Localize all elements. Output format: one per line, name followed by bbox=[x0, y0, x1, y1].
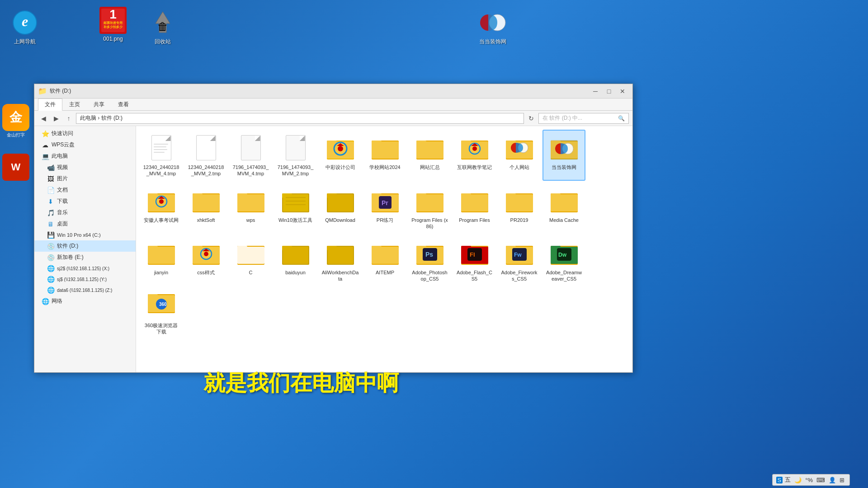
svg-text:🗑: 🗑 bbox=[157, 20, 168, 33]
address-input[interactable]: 此电脑 › 软件 (D:) bbox=[76, 113, 524, 124]
desktop-icon-dangdang[interactable]: 当当装饰网 bbox=[475, 9, 511, 46]
file-item-anhui[interactable]: 安徽人事考试网 bbox=[140, 183, 183, 234]
file-item-pr2019[interactable]: PR2019 bbox=[498, 183, 541, 234]
file-item-photoshop[interactable]: Ps Adobe_Photoshop_CS5 bbox=[408, 235, 451, 286]
file-item-wps[interactable]: wps bbox=[229, 183, 272, 234]
ime-keyboard[interactable]: ⌨ bbox=[815, 477, 826, 483]
ime-user[interactable]: 👤 bbox=[827, 477, 837, 483]
sidebar-item-software-d[interactable]: 💿软件 (D:) bbox=[34, 240, 136, 252]
file-item-pr-practice[interactable]: Pr PR练习 bbox=[363, 183, 406, 234]
file-item-jianyin[interactable]: jianyin bbox=[140, 235, 183, 286]
file-item-school[interactable]: 学校网站2024 bbox=[363, 130, 406, 181]
file-item-c[interactable]: C bbox=[229, 235, 272, 286]
back-button[interactable]: ◀ bbox=[38, 113, 49, 124]
search-box[interactable]: 在 软件 (D:) 中... 🔍 bbox=[538, 113, 629, 124]
sidebar-item-desktop[interactable]: 🖥桌面 bbox=[34, 218, 136, 230]
file-item-dangdang-site[interactable]: 当当装饰网 bbox=[542, 130, 585, 181]
close-button[interactable]: ✕ bbox=[616, 86, 629, 96]
file-name-photoshop: Adobe_Photoshop_CS5 bbox=[411, 269, 448, 282]
file-item-fireworks[interactable]: Fw Adobe_Fireworks_CS5 bbox=[498, 235, 541, 286]
svg-rect-38 bbox=[148, 193, 158, 198]
title-bar-title: 软件 (D:) bbox=[50, 87, 71, 95]
up-button[interactable]: ↑ bbox=[63, 113, 74, 124]
file-item-win10-activate[interactable]: Win10激活工具 bbox=[274, 183, 317, 234]
sidebar-item-wps-cloud[interactable]: ☁WPS云盘 bbox=[34, 139, 136, 150]
file-item-tmp3[interactable]: 7196_1474093_MVM_4.tmp bbox=[229, 130, 272, 181]
sidebar-item-win10[interactable]: 💾Win 10 Pro x64 (C:) bbox=[34, 230, 136, 240]
file-item-websites[interactable]: 网站汇总 bbox=[408, 130, 451, 181]
ime-s[interactable]: S bbox=[776, 477, 783, 483]
tab-file[interactable]: 文件 bbox=[38, 99, 62, 111]
tab-view[interactable]: 查看 bbox=[111, 99, 136, 110]
forward-button[interactable]: ▶ bbox=[51, 113, 61, 124]
file-item-360browser[interactable]: 360 360极速浏览器下载 bbox=[140, 288, 183, 339]
search-icon[interactable]: 🔍 bbox=[618, 115, 625, 122]
kingsoft-icon[interactable]: 金 bbox=[2, 104, 29, 131]
ribbon-tabs: 文件 主页 共享 查看 bbox=[34, 99, 632, 110]
maximize-button[interactable]: □ bbox=[603, 86, 615, 96]
minimize-button[interactable]: ─ bbox=[589, 86, 602, 96]
file-item-qmdownload[interactable]: QMDownload bbox=[319, 183, 362, 234]
file-item-personal-site[interactable]: 个人网站 bbox=[498, 130, 541, 181]
svg-rect-63 bbox=[416, 193, 426, 198]
file-item-ali[interactable]: AliWorkbenchData bbox=[319, 235, 362, 286]
file-name-anhui: 安徽人事考试网 bbox=[144, 217, 179, 223]
recycle-icon: 🗑 bbox=[149, 9, 176, 36]
file-item-internet-notes[interactable]: 互联网教学笔记 bbox=[453, 130, 496, 181]
main-area: ⭐快速访问 ☁WPS云盘 💻此电脑 📹视频 🖼图片 📄文档 ⬇下载 🎵音乐 bbox=[34, 126, 632, 372]
svg-point-14 bbox=[338, 146, 343, 151]
ie-icon: e bbox=[11, 9, 38, 36]
ime-dots[interactable]: °% bbox=[804, 477, 814, 483]
file-name-school: 学校网站2024 bbox=[369, 164, 400, 170]
file-item-flash[interactable]: Fl Adobe_Flash_CS5 bbox=[453, 235, 496, 286]
wps-icon[interactable]: W bbox=[2, 154, 29, 181]
file-item-media-cache[interactable]: Media Cache bbox=[542, 183, 585, 234]
file-item-program-files-x86[interactable]: Program Files (x86) bbox=[408, 183, 451, 234]
file-item-program-files[interactable]: Program Files bbox=[453, 183, 496, 234]
sidebar-item-sjs[interactable]: 🌐sj$ (\\192.168.1.125) (Y:) bbox=[34, 274, 136, 285]
sidebar-item-sj2[interactable]: 🌐sj2$ (\\192.168.1.125) (X:) bbox=[34, 263, 136, 274]
svg-text:邮票补差专用: 邮票补差专用 bbox=[104, 21, 123, 25]
ime-wu[interactable]: 五 bbox=[783, 476, 792, 484]
file-item-zhongcai[interactable]: 中彩设计公司 bbox=[319, 130, 362, 181]
file-item-tmp1[interactable]: 12340_2440218_MVM_4.tmp bbox=[140, 130, 183, 181]
sidebar-item-quick-access[interactable]: ⭐快速访问 bbox=[34, 128, 136, 139]
desktop-icon-recycle[interactable]: 🗑 回收站 bbox=[145, 9, 181, 46]
sidebar-item-music[interactable]: 🎵音乐 bbox=[34, 207, 136, 218]
file-item-css[interactable]: css样式 bbox=[184, 235, 227, 286]
tab-home[interactable]: 主页 bbox=[62, 99, 87, 110]
sidebar-item-network[interactable]: 🌐网络 bbox=[34, 296, 136, 307]
refresh-button[interactable]: ↻ bbox=[526, 113, 537, 124]
svg-rect-115 bbox=[148, 294, 158, 299]
file-item-aitemp[interactable]: AITEMP bbox=[363, 235, 406, 286]
file-name-flash: Adobe_Flash_CS5 bbox=[456, 269, 493, 282]
file-name-fireworks: Adobe_Fireworks_CS5 bbox=[500, 269, 538, 282]
file-name-aitemp: AITEMP bbox=[376, 269, 394, 276]
file-item-dreamweaver[interactable]: Dw Adobe_Dreamweaver_CS5 bbox=[542, 235, 585, 286]
svg-text:Dw: Dw bbox=[558, 252, 567, 258]
file-item-baiduyun[interactable]: baiduyun bbox=[274, 235, 317, 286]
file-name-pr-practice: PR练习 bbox=[377, 217, 393, 223]
desktop-icon-ad[interactable]: 1 邮票补差专用 补多少拍多少 001.png bbox=[95, 7, 131, 42]
sidebar-item-data6[interactable]: 🌐data6 (\\192.168.1.125) (Z:) bbox=[34, 285, 136, 296]
sidebar-item-download[interactable]: ⬇下载 bbox=[34, 196, 136, 207]
sidebar-item-xinjiaojuan[interactable]: 💿新加卷 (E:) bbox=[34, 252, 136, 263]
file-name-personal-site: 个人网站 bbox=[509, 164, 529, 170]
desktop-icon-ie[interactable]: e 上网导航 bbox=[7, 9, 43, 46]
sidebar-item-video[interactable]: 📹视频 bbox=[34, 162, 136, 173]
file-item-tmp4[interactable]: 7196_1474093_MVM_2.tmp bbox=[274, 130, 317, 181]
file-name-css: css样式 bbox=[197, 269, 215, 276]
tab-share[interactable]: 共享 bbox=[87, 99, 111, 110]
sidebar-item-doc[interactable]: 📄文档 bbox=[34, 184, 136, 196]
ime-grid[interactable]: ⊞ bbox=[838, 477, 846, 483]
sidebar-item-picture[interactable]: 🖼图片 bbox=[34, 173, 136, 184]
file-item-xhktsoft[interactable]: xhktSoft bbox=[184, 183, 227, 234]
file-name-360browser: 360极速浏览器下载 bbox=[142, 322, 180, 335]
desktop-icon-ad-label: 001.png bbox=[103, 36, 123, 42]
file-name-jianyin: jianyin bbox=[154, 269, 168, 276]
file-name-tmp4: 7196_1474093_MVM_2.tmp bbox=[277, 164, 314, 177]
ime-moon[interactable]: 🌙 bbox=[793, 477, 803, 483]
sidebar-item-this-pc[interactable]: 💻此电脑 bbox=[34, 150, 136, 162]
svg-rect-55 bbox=[327, 193, 337, 198]
file-item-tmp2[interactable]: 12340_2440218_MVM_2.tmp bbox=[184, 130, 227, 181]
